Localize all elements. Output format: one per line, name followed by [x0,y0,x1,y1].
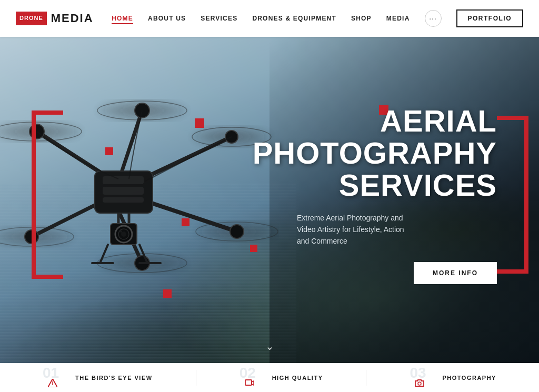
svg-line-17 [142,200,237,232]
svg-point-23 [230,225,244,238]
more-menu-button[interactable]: ··· [425,10,442,27]
nav-item-home[interactable]: HOME [112,15,133,22]
logo: DRONE MEDIA [16,12,94,25]
bottom-features: 01 THE BIRD'S EYE VIEW 02 HIGH QUALITY 0… [0,363,539,392]
svg-rect-26 [103,187,144,195]
red-square-1 [195,118,204,128]
bottom-number-1: 01 [43,366,59,380]
bird-eye-icon [48,379,57,389]
hero-section: AERIAL PHOTOGRAPHY SERVICES Extreme Aeri… [0,37,539,363]
svg-marker-42 [252,381,254,385]
svg-point-43 [418,382,421,385]
svg-rect-41 [245,380,252,385]
hero-subtitle: Extreme Aerial Photography and Video Art… [297,212,413,247]
bottom-label-3: PHOTOGRAPHY [442,375,496,381]
bottom-item-3: 03 PHOTOGRAPHY [410,366,496,389]
bracket-left-decoration [32,110,63,279]
svg-point-34 [120,230,122,233]
hero-content: AERIAL PHOTOGRAPHY SERVICES Extreme Aeri… [244,105,497,284]
bottom-label-1: THE BIRD'S EYE VIEW [75,375,153,381]
bottom-label-2: HIGH QUALITY [272,375,323,381]
nav-item-about[interactable]: ABOUT US [148,15,186,22]
red-square-4 [182,218,189,226]
svg-point-33 [121,232,126,237]
nav-item-shop[interactable]: SHOP [351,15,372,22]
bottom-divider-2 [366,370,366,386]
scroll-down-button[interactable]: ⌄ [265,340,274,353]
bottom-icon-area-2: 02 [239,366,266,389]
bottom-number-3: 03 [410,366,426,380]
bottom-item-1: 01 THE BIRD'S EYE VIEW [43,366,153,389]
bottom-icon-area-1: 01 [43,366,69,389]
more-info-button[interactable]: MORE INFO [414,262,497,284]
bottom-number-2: 02 [239,366,256,380]
bottom-item-2: 02 HIGH QUALITY [239,366,323,389]
nav-item-drones[interactable]: DRONES & EQUIPMENT [252,15,336,22]
nav-item-media[interactable]: MEDIA [386,15,410,22]
bottom-divider-1 [196,370,196,386]
red-square-2 [105,147,113,155]
hero-title: AERIAL PHOTOGRAPHY SERVICES [244,105,497,202]
header: DRONE MEDIA HOME ABOUT US SERVICES DRONE… [0,0,539,37]
logo-box: DRONE [16,12,47,25]
high-quality-icon [245,379,254,389]
nav-item-services[interactable]: SERVICES [201,15,237,22]
photography-icon [415,379,424,389]
svg-rect-27 [103,197,144,203]
red-square-6 [163,289,172,298]
svg-rect-25 [103,176,144,184]
bracket-right-decoration [497,116,528,274]
portfolio-button[interactable]: PORTFOLIO [456,9,524,27]
logo-text: MEDIA [51,12,94,25]
bottom-icon-area-3: 03 [410,366,436,389]
main-nav: HOME ABOUT US SERVICES DRONES & EQUIPMEN… [112,9,523,27]
